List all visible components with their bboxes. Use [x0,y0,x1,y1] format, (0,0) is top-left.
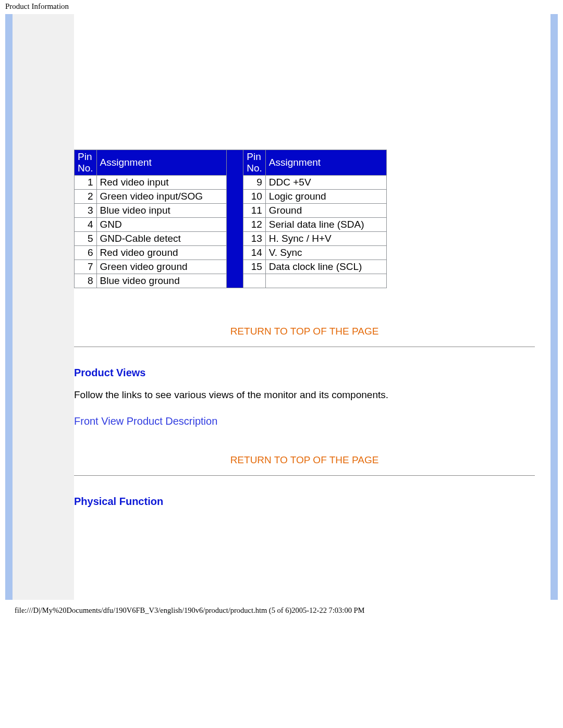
col-header-pin-right: Pin No. [243,150,266,176]
left-gutter [13,14,74,600]
cell-pin: 6 [75,245,97,260]
pin-assignment-table: Pin No. Assignment Pin No. Assignment 1 … [74,150,387,288]
cell-pin: 9 [243,175,266,189]
return-to-top-link[interactable]: RETURN TO TOP OF THE PAGE [230,454,379,465]
cell-pin [243,274,266,288]
cell-assignment: DDC +5V [265,175,386,189]
cell-assignment: Blue video input [96,203,227,217]
heading-product-views: Product Views [74,367,535,379]
return-to-top-container: RETURN TO TOP OF THE PAGE [74,454,535,466]
cell-pin: 3 [75,203,97,217]
cell-assignment: Green video input/SOG [96,189,227,203]
top-spacer [74,14,535,150]
cell-pin: 12 [243,217,266,231]
cell-pin: 10 [243,189,266,203]
col-header-pin-left: Pin No. [75,150,97,176]
cell-assignment: H. Sync / H+V [265,231,386,245]
cell-pin: 8 [75,274,97,288]
col-header-assignment-right: Assignment [265,150,386,176]
cell-pin: 11 [243,203,266,217]
cell-assignment: Blue video ground [96,274,227,288]
content-area: Pin No. Assignment Pin No. Assignment 1 … [74,14,550,600]
section-divider [74,475,535,476]
page-frame: Pin No. Assignment Pin No. Assignment 1 … [5,14,558,600]
cell-assignment: Ground [265,203,386,217]
cell-pin: 7 [75,260,97,274]
col-header-assignment-left: Assignment [96,150,227,176]
cell-assignment: GND [96,217,227,231]
cell-assignment: Serial data line (SDA) [265,217,386,231]
cell-pin: 2 [75,189,97,203]
product-views-text: Follow the links to see various views of… [74,389,535,401]
cell-assignment: Logic ground [265,189,386,203]
cell-assignment: Data clock line (SCL) [265,260,386,274]
return-to-top-container: RETURN TO TOP OF THE PAGE [74,326,535,337]
cell-pin: 15 [243,260,266,274]
front-view-link[interactable]: Front View Product Description [74,415,535,427]
bottom-spacer [74,522,535,584]
return-to-top-link[interactable]: RETURN TO TOP OF THE PAGE [230,326,379,337]
page-header-title: Product Information [0,0,563,12]
cell-pin: 1 [75,175,97,189]
cell-pin: 4 [75,217,97,231]
cell-assignment: Red video input [96,175,227,189]
section-divider [74,347,535,347]
cell-pin: 5 [75,231,97,245]
cell-assignment [265,274,386,288]
cell-pin: 14 [243,245,266,260]
cell-assignment: GND-Cable detect [96,231,227,245]
heading-physical-function: Physical Function [74,496,535,511]
footer-file-path: file:///D|/My%20Documents/dfu/190V6FB_V3… [0,604,563,620]
cell-assignment: Green video ground [96,260,227,274]
cell-pin: 13 [243,231,266,245]
table-header-row: Pin No. Assignment Pin No. Assignment [75,150,387,176]
cell-assignment: V. Sync [265,245,386,260]
table-spacer-col [227,150,243,288]
cell-assignment: Red video ground [96,245,227,260]
